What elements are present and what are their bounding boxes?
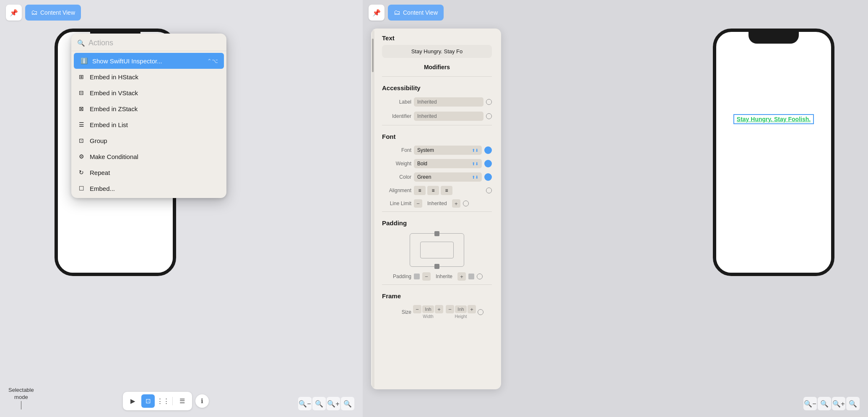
right-bottom-toolbar: 🔍− 🔍 🔍+ 🔍 [363,397,868,410]
content-view-label-left: Content View [40,9,75,16]
label-input[interactable] [414,97,483,107]
height-value: Inh [455,305,467,313]
weight-select[interactable]: Bold ⬆⬇ [414,159,482,168]
toolbar-separator [172,397,173,405]
action-label-conditional: Make Conditional [90,153,138,160]
action-item-embed-hstack[interactable]: ⊞ Embed in HStack [71,69,226,85]
action-icon-inspector: ℹ️ [80,57,88,65]
color-dot[interactable] [484,173,492,181]
content-view-label-right: Content View [403,9,438,16]
padding-right-square [468,274,474,279]
size-field-label: Size [382,309,411,315]
font-select[interactable]: System ⬆⬇ [414,146,482,155]
padding-handle-bottom[interactable] [434,264,439,269]
grid-button[interactable]: ⋮⋮ [156,394,170,408]
color-arrows-icon: ⬆⬇ [472,175,478,180]
pin-icon-right: 📌 [372,9,381,17]
action-item-embed[interactable]: ☐ Embed... [71,180,226,196]
label-circle[interactable] [486,99,492,105]
stay-hungry-text-right: Stay Hungry. Stay Foolish. [733,114,814,124]
zoom-in-button-left[interactable]: 🔍+ [327,397,340,410]
inspector-content: Text Stay Hungry. Stay Fo Modifiers Acce… [375,29,499,389]
frame-size-row: Size − Inh + Width − [382,303,492,321]
identifier-circle[interactable] [486,113,492,119]
zoom-fit-button-left[interactable]: 🔍 [312,397,326,410]
text-preview: Stay Hungry. Stay Fo [382,45,492,58]
align-left-button[interactable]: ≡ [414,186,426,195]
height-plus[interactable]: + [468,305,476,313]
alignment-field-label: Alignment [382,188,411,193]
right-top-bar: 📌 🗂 Content View [363,0,868,25]
align-center-button[interactable]: ≡ [427,186,439,195]
play-button[interactable]: ▶ [126,394,140,408]
identifier-field-label: Identifier [382,113,411,119]
color-select[interactable]: Green ⬆⬇ [414,172,482,182]
selectable-mode-label: Selectable mode [8,387,34,410]
info-button[interactable]: ℹ [195,394,209,408]
select-button[interactable]: ⊡ [141,394,155,408]
padding-plus[interactable]: + [457,272,466,281]
padding-section-title: Padding [382,214,492,230]
pin-button-right[interactable]: 📌 [369,5,385,21]
height-minus[interactable]: − [446,305,454,313]
left-bottom-toolbar: Selectable mode ▶ ⊡ ⋮⋮ ☰ ℹ 🔍− 🔍 🔍+ 🔍 [0,387,363,410]
zoom-in-button-right[interactable]: 🔍+ [832,397,845,410]
line-limit-circle[interactable] [463,201,469,206]
line-limit-plus[interactable]: + [452,199,460,208]
left-zoom-controls: 🔍− 🔍 🔍+ 🔍 [298,397,354,410]
selectable-mode-text: Selectable mode [8,387,34,401]
frame-height-group: − Inh + Height [446,305,476,319]
zoom-out-button-right[interactable]: 🔍− [803,397,817,410]
phone-screen-right: Stay Hungry. Stay Foolish. [716,47,831,273]
action-item-conditional[interactable]: ⚙ Make Conditional [71,149,226,164]
pin-icon-left: 📌 [10,9,18,17]
action-item-group[interactable]: ⊡ Group [71,133,226,149]
padding-minus[interactable]: − [422,272,431,281]
padding-circle[interactable] [477,274,483,279]
padding-left-square [414,274,420,279]
action-item-repeat[interactable]: ↻ Repeat [71,164,226,180]
action-icon-repeat: ↻ [77,168,86,177]
padding-row: Padding − Inherite + [382,270,492,283]
content-view-icon-left: 🗂 [31,9,38,16]
action-item-embed-zstack[interactable]: ⊠ Embed in ZStack [71,101,226,117]
action-label-hstack: Embed in HStack [90,73,138,81]
scroll-thumb [372,39,374,72]
text-section-title: Text [382,29,492,45]
action-label-inspector: Show SwiftUI Inspector... [92,57,162,65]
zoom-out-button-left[interactable]: 🔍− [298,397,312,410]
width-plus[interactable]: + [435,305,443,313]
action-icon-conditional: ⚙ [77,152,86,161]
frame-circle[interactable] [478,309,483,315]
alignment-circle[interactable] [486,188,492,193]
layers-button[interactable]: ☰ [175,394,189,408]
width-value: Inh [422,305,434,313]
weight-dot[interactable] [484,160,492,167]
actions-dropdown: 🔍 Actions ℹ️ Show SwiftUI Inspector... ⌃… [71,34,226,198]
content-view-button-right[interactable]: 🗂 Content View [388,5,444,21]
align-right-button[interactable]: ≡ [441,186,452,195]
frame-width-group: − Inh + Width [413,305,443,319]
font-dot[interactable] [484,146,492,154]
zoom-100-button-right[interactable]: 🔍 [846,397,860,410]
action-item-show-inspector[interactable]: ℹ️ Show SwiftUI Inspector... ⌃⌥ [74,53,224,69]
line-limit-row: Line Limit − Inherited + [382,197,492,210]
padding-handle-top[interactable] [434,231,439,236]
weight-value: Bold [417,161,427,167]
zoom-fit-button-right[interactable]: 🔍 [818,397,831,410]
content-view-button-left[interactable]: 🗂 Content View [25,5,81,21]
action-item-embed-list[interactable]: ☰ Embed in List [71,117,226,133]
line-limit-minus[interactable]: − [414,199,422,208]
weight-field-label: Weight [382,161,411,167]
identifier-input[interactable] [414,112,483,121]
action-item-embed-vstack[interactable]: ⊟ Embed in VStack [71,85,226,101]
accessibility-section-title: Accessibility [382,78,492,95]
width-minus[interactable]: − [413,305,421,313]
pin-button-left[interactable]: 📌 [6,5,22,21]
selectable-line [21,401,21,409]
action-label-vstack: Embed in VStack [90,89,138,96]
left-panel: 📌 🗂 Content View Stay Hungry. Stay Fooli… [0,0,363,417]
right-panel: 📌 🗂 Content View Text Stay Hungry. Stay … [363,0,868,417]
action-label-group: Group [90,137,107,144]
zoom-100-button-left[interactable]: 🔍 [341,397,354,410]
